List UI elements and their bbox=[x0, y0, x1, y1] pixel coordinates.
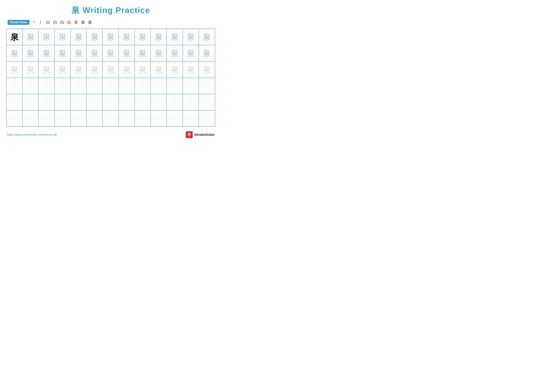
grid-cell-r1-c6[interactable]: 泉 bbox=[87, 29, 103, 45]
stroke-step-7: 泉 bbox=[74, 20, 78, 25]
grid-cell-r6-c5[interactable] bbox=[71, 111, 87, 127]
grid-cell-r2-c8[interactable]: 泉 bbox=[119, 45, 135, 61]
char-r3-c10: 泉 bbox=[154, 65, 163, 74]
char-r2-c7: 泉 bbox=[106, 49, 115, 57]
grid-cell-r5-c12[interactable] bbox=[183, 94, 199, 110]
stroke-step-8: 泉 bbox=[81, 20, 85, 25]
grid-cell-r6-c12[interactable] bbox=[183, 111, 199, 127]
grid-cell-r6-c3[interactable] bbox=[39, 111, 55, 127]
char-r1-c10: 泉 bbox=[154, 33, 163, 41]
char-r1-c6: 泉 bbox=[90, 33, 99, 41]
grid-cell-r1-c4[interactable]: 泉 bbox=[55, 29, 71, 45]
grid-cell-r1-c11[interactable]: 泉 bbox=[167, 29, 183, 45]
grid-cell-r1-c13[interactable]: 泉 bbox=[199, 29, 215, 45]
grid-cell-r2-c11[interactable]: 泉 bbox=[167, 45, 183, 61]
grid-cell-r1-c12[interactable]: 泉 bbox=[183, 29, 199, 45]
footer-url[interactable]: https://www.strokeorder.com/chinese/泉 bbox=[7, 133, 57, 137]
grid-cell-r1-c1[interactable]: 泉 bbox=[7, 29, 23, 45]
grid-cell-r1-c9[interactable]: 泉 bbox=[135, 29, 151, 45]
grid-cell-r2-c4[interactable]: 泉 bbox=[55, 45, 71, 61]
grid-cell-r5-c13[interactable] bbox=[199, 94, 215, 110]
char-r1-c11: 泉 bbox=[171, 33, 179, 41]
grid-cell-r6-c10[interactable] bbox=[151, 111, 167, 127]
grid-cell-r5-c5[interactable] bbox=[71, 94, 87, 110]
char-r2-c1: 泉 bbox=[10, 49, 19, 57]
stroke-step-9: 泉 bbox=[88, 20, 92, 25]
char-r3-c7: 泉 bbox=[106, 65, 115, 74]
grid-cell-r5-c2[interactable] bbox=[23, 94, 39, 110]
grid-cell-r2-c1[interactable]: 泉 bbox=[7, 45, 23, 61]
grid-cell-r4-c5[interactable] bbox=[71, 78, 87, 94]
grid-cell-r2-c7[interactable]: 泉 bbox=[103, 45, 119, 61]
grid-cell-r1-c5[interactable]: 泉 bbox=[71, 29, 87, 45]
grid-cell-r5-c11[interactable] bbox=[167, 94, 183, 110]
grid-cell-r6-c4[interactable] bbox=[55, 111, 71, 127]
char-r3-c5: 泉 bbox=[74, 65, 83, 74]
grid-cell-r6-c2[interactable] bbox=[23, 111, 39, 127]
grid-cell-r5-c9[interactable] bbox=[135, 94, 151, 110]
grid-cell-r1-c8[interactable]: 泉 bbox=[119, 29, 135, 45]
grid-cell-r3-c9[interactable]: 泉 bbox=[135, 62, 151, 78]
grid-cell-r3-c13[interactable]: 泉 bbox=[199, 62, 215, 78]
stroke-step-6: 自 bbox=[67, 20, 71, 25]
grid-cell-r4-c13[interactable] bbox=[199, 78, 215, 94]
grid-cell-r4-c10[interactable] bbox=[151, 78, 167, 94]
grid-cell-r3-c8[interactable]: 泉 bbox=[119, 62, 135, 78]
char-r2-c6: 泉 bbox=[90, 49, 99, 57]
grid-cell-r3-c10[interactable]: 泉 bbox=[151, 62, 167, 78]
grid-cell-r2-c2[interactable]: 泉 bbox=[23, 45, 39, 61]
grid-cell-r3-c1[interactable]: 泉 bbox=[7, 62, 23, 78]
grid-cell-r6-c7[interactable] bbox=[103, 111, 119, 127]
grid-cell-r2-c6[interactable]: 泉 bbox=[87, 45, 103, 61]
grid-cell-r6-c1[interactable] bbox=[7, 111, 23, 127]
grid-cell-r5-c1[interactable] bbox=[7, 94, 23, 110]
char-r2-c10: 泉 bbox=[154, 49, 163, 57]
grid-cell-r4-c3[interactable] bbox=[39, 78, 55, 94]
grid-cell-r2-c5[interactable]: 泉 bbox=[71, 45, 87, 61]
grid-cell-r1-c7[interactable]: 泉 bbox=[103, 29, 119, 45]
char-r2-c11: 泉 bbox=[171, 49, 179, 57]
grid-cell-r6-c11[interactable] bbox=[167, 111, 183, 127]
grid-cell-r5-c7[interactable] bbox=[103, 94, 119, 110]
char-r1-c4: 泉 bbox=[58, 33, 67, 41]
grid-cell-r3-c7[interactable]: 泉 bbox=[103, 62, 119, 78]
grid-cell-r3-c11[interactable]: 泉 bbox=[167, 62, 183, 78]
grid-cell-r4-c12[interactable] bbox=[183, 78, 199, 94]
grid-cell-r2-c3[interactable]: 泉 bbox=[39, 45, 55, 61]
grid-cell-r6-c9[interactable] bbox=[135, 111, 151, 127]
grid-cell-r3-c4[interactable]: 泉 bbox=[55, 62, 71, 78]
grid-cell-r5-c4[interactable] bbox=[55, 94, 71, 110]
grid-cell-r3-c5[interactable]: 泉 bbox=[71, 62, 87, 78]
grid-cell-r4-c6[interactable] bbox=[87, 78, 103, 94]
char-r3-c12: 泉 bbox=[187, 65, 195, 74]
grid-cell-r5-c10[interactable] bbox=[151, 94, 167, 110]
grid-cell-r2-c10[interactable]: 泉 bbox=[151, 45, 167, 61]
grid-cell-r4-c4[interactable] bbox=[55, 78, 71, 94]
stroke-step-3: 白 bbox=[46, 20, 50, 25]
grid-cell-r3-c12[interactable]: 泉 bbox=[183, 62, 199, 78]
stroke-step-5: 白 bbox=[60, 20, 64, 25]
grid-cell-r4-c1[interactable] bbox=[7, 78, 23, 94]
grid-cell-r4-c8[interactable] bbox=[119, 78, 135, 94]
grid-cell-r2-c9[interactable]: 泉 bbox=[135, 45, 151, 61]
grid-cell-r5-c6[interactable] bbox=[87, 94, 103, 110]
grid-cell-r4-c2[interactable] bbox=[23, 78, 39, 94]
grid-cell-r2-c13[interactable]: 泉 bbox=[199, 45, 215, 61]
grid-cell-r3-c6[interactable]: 泉 bbox=[87, 62, 103, 78]
char-r1-c2: 泉 bbox=[26, 33, 35, 41]
grid-cell-r1-c10[interactable]: 泉 bbox=[151, 29, 167, 45]
grid-cell-r4-c9[interactable] bbox=[135, 78, 151, 94]
grid-cell-r4-c7[interactable] bbox=[103, 78, 119, 94]
grid-cell-r6-c6[interactable] bbox=[87, 111, 103, 127]
grid-cell-r2-c12[interactable]: 泉 bbox=[183, 45, 199, 61]
grid-cell-r1-c3[interactable]: 泉 bbox=[39, 29, 55, 45]
grid-cell-r3-c3[interactable]: 泉 bbox=[39, 62, 55, 78]
grid-cell-r3-c2[interactable]: 泉 bbox=[23, 62, 39, 78]
grid-cell-r5-c8[interactable] bbox=[119, 94, 135, 110]
char-r3-c8: 泉 bbox=[123, 65, 131, 74]
grid-cell-r4-c11[interactable] bbox=[167, 78, 183, 94]
grid-cell-r6-c8[interactable] bbox=[119, 111, 135, 127]
grid-cell-r6-c13[interactable] bbox=[199, 111, 215, 127]
grid-cell-r1-c2[interactable]: 泉 bbox=[23, 29, 39, 45]
grid-cell-r5-c3[interactable] bbox=[39, 94, 55, 110]
